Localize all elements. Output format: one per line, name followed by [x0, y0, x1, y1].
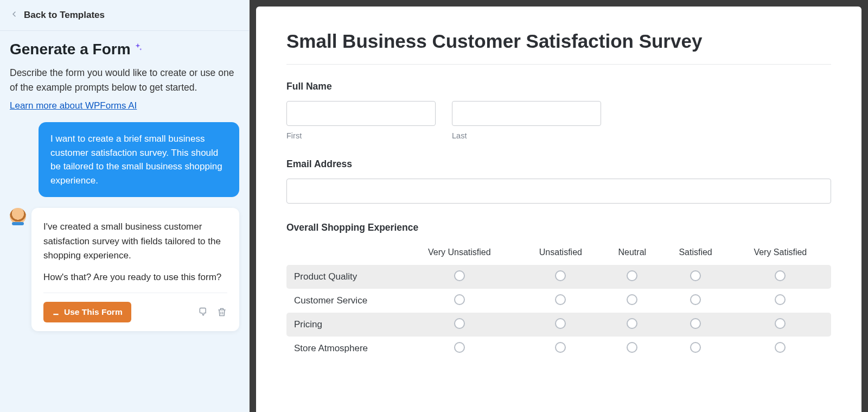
ai-response-card: I've created a small business customer s… — [31, 208, 239, 331]
ai-message-line-2: How's that? Are you ready to use this fo… — [43, 270, 227, 284]
matrix-row-product-quality: Product Quality — [286, 265, 400, 289]
matrix-radio[interactable] — [775, 294, 786, 305]
matrix-radio[interactable] — [690, 270, 701, 281]
form-preview: Small Business Customer Satisfaction Sur… — [256, 7, 861, 412]
sparkle-icon — [133, 39, 143, 56]
matrix-radio[interactable] — [627, 318, 637, 329]
matrix-col-very-unsatisfied: Very Unsatisfied — [400, 242, 519, 265]
table-row: Pricing — [286, 313, 831, 337]
email-label: Email Address — [286, 159, 831, 170]
sidebar-title: Generate a Form — [10, 41, 239, 58]
matrix-col-unsatisfied: Unsatisfied — [519, 242, 603, 265]
matrix-blank-header — [286, 242, 400, 265]
back-to-templates[interactable]: Back to Templates — [0, 0, 249, 31]
matrix-row-customer-service: Customer Service — [286, 289, 400, 313]
arrow-left-icon — [10, 10, 18, 21]
matrix-radio[interactable] — [454, 270, 465, 281]
matrix-radio[interactable] — [627, 270, 637, 281]
ai-avatar-icon — [10, 208, 26, 224]
matrix-row-pricing: Pricing — [286, 313, 400, 337]
ai-message-line-1: I've created a small business customer s… — [43, 220, 227, 263]
form-preview-frame: Small Business Customer Satisfaction Sur… — [250, 0, 868, 412]
matrix-col-neutral: Neutral — [603, 242, 661, 265]
matrix-radio[interactable] — [555, 294, 566, 305]
ai-actions-row: Use This Form — [43, 293, 227, 322]
matrix-radio[interactable] — [555, 342, 566, 353]
matrix-radio[interactable] — [775, 318, 786, 329]
back-label: Back to Templates — [24, 10, 105, 21]
matrix-col-very-satisfied: Very Satisfied — [730, 242, 831, 265]
full-name-label: Full Name — [286, 81, 831, 92]
matrix-radio[interactable] — [775, 342, 786, 353]
chat-area: I want to create a brief small business … — [0, 116, 249, 344]
ai-sidebar: Back to Templates Generate a Form Descri… — [0, 0, 250, 412]
full-name-field: Full Name First Last — [286, 81, 831, 140]
matrix-row-store-atmosphere: Store Atmosphere — [286, 337, 400, 360]
email-field: Email Address — [286, 159, 831, 204]
table-row: Product Quality — [286, 265, 831, 289]
matrix-radio[interactable] — [627, 294, 637, 305]
matrix-radio[interactable] — [690, 294, 701, 305]
last-name-input[interactable] — [452, 101, 601, 126]
matrix-field: Overall Shopping Experience Very Unsatis… — [286, 222, 831, 360]
table-row: Store Atmosphere — [286, 337, 831, 360]
matrix-radio[interactable] — [555, 318, 566, 329]
first-sublabel: First — [286, 131, 436, 140]
likert-matrix: Very Unsatisfied Unsatisfied Neutral Sat… — [286, 242, 831, 360]
matrix-radio[interactable] — [690, 318, 701, 329]
matrix-radio[interactable] — [454, 294, 465, 305]
thumbs-down-icon[interactable] — [198, 307, 209, 318]
form-title: Small Business Customer Satisfaction Sur… — [286, 30, 831, 52]
email-input[interactable] — [286, 179, 831, 204]
matrix-col-satisfied: Satisfied — [662, 242, 730, 265]
use-this-form-button[interactable]: Use This Form — [43, 302, 131, 322]
intro-block: Generate a Form Describe the form you wo… — [0, 31, 249, 116]
matrix-radio[interactable] — [454, 342, 465, 353]
title-divider — [286, 64, 831, 65]
download-icon — [52, 308, 60, 316]
first-name-input[interactable] — [286, 101, 436, 126]
sidebar-description: Describe the form you would like to crea… — [10, 66, 239, 95]
matrix-radio[interactable] — [555, 270, 566, 281]
matrix-label: Overall Shopping Experience — [286, 222, 831, 233]
learn-more-link[interactable]: Learn more about WPForms AI — [10, 100, 137, 111]
ai-feedback-icons — [198, 307, 227, 318]
ai-response-row: I've created a small business customer s… — [10, 208, 239, 331]
matrix-radio[interactable] — [775, 270, 786, 281]
matrix-radio[interactable] — [454, 318, 465, 329]
trash-icon[interactable] — [216, 307, 227, 318]
last-sublabel: Last — [452, 131, 601, 140]
user-message-bubble: I want to create a brief small business … — [39, 122, 239, 197]
matrix-radio[interactable] — [690, 342, 701, 353]
table-row: Customer Service — [286, 289, 831, 313]
matrix-radio[interactable] — [627, 342, 637, 353]
